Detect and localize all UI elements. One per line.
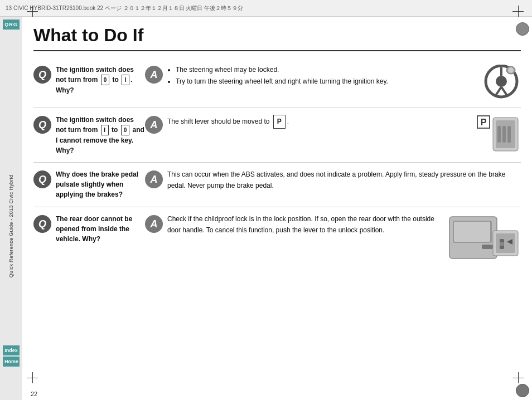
sidebar: QRG Quick Reference Guide - 2013 Civic H… [0,17,22,400]
q-icon-4: Q [33,215,51,233]
q-icon-3: Q [33,170,51,188]
page-number: 22 [22,391,37,397]
q-icon-1: Q [33,66,51,84]
qa-section-3: Q Why does the brake pedal pulsate sligh… [33,163,521,207]
a-icon-1: A [145,66,163,84]
q-text-3: Why does the brake pedal pulsate slightl… [56,169,145,199]
q-text-4: The rear door cannot be opened from insi… [56,214,145,244]
svg-rect-16 [454,222,490,242]
svg-line-4 [501,87,507,95]
sidebar-rotated-text: Quick Reference Guide - 2013 Civic Hybri… [8,174,14,277]
crosshair-top-right [512,6,524,17]
a-side-2: A The shift lever should be moved to P. … [145,115,521,154]
a-icon-3: A [145,170,163,188]
page-title: What to Do If [33,25,521,51]
a-side-4: A Check if the childproof lock is in the… [145,214,521,261]
top-bar: 13 CIVIC HYBRID-31TR26100.book 22 ページ ２０… [0,0,532,17]
crosshair-top-left [27,6,38,17]
q-side-3: Q Why does the brake pedal pulsate sligh… [33,169,145,199]
q-text-2: The ignition switch does not turn from I… [56,115,145,155]
svg-rect-11 [497,126,501,143]
qa-section-2: Q The ignition switch does not turn from… [33,108,521,163]
svg-rect-12 [502,126,506,143]
svg-rect-13 [507,126,511,143]
door-image [448,214,521,261]
sidebar-home-button[interactable]: Home [3,357,20,367]
svg-point-1 [496,76,507,87]
a-side-1: A The steering wheel may be locked. Try … [145,65,521,101]
a-side-3: A This can occur when the ABS activates,… [145,169,521,191]
a-icon-4: A [145,215,163,233]
svg-text:P: P [481,118,487,127]
shift-lever-image: P [476,115,521,154]
a-text-3: This can occur when the ABS activates, a… [167,169,516,191]
top-bar-text: 13 CIVIC HYBRID-31TR26100.book 22 ページ ２０… [6,4,243,12]
a-text-4: Check if the childproof lock is in the l… [167,214,444,235]
sidebar-qrg-label[interactable]: QRG [3,19,20,30]
main-content: What to Do If Q The ignition switch does… [22,17,532,400]
svg-point-6 [508,67,514,73]
svg-rect-17 [482,245,493,249]
svg-line-3 [496,87,501,95]
q-side-4: Q The rear door cannot be opened from in… [33,214,145,244]
q-text-1: The ignition switch does not turn from 0… [56,65,145,95]
steering-wheel-image [482,65,521,101]
q-side-1: Q The ignition switch does not turn from… [33,65,145,95]
q-icon-2: Q [33,116,51,134]
qa-section-1: Q The ignition switch does not turn from… [33,58,521,108]
sidebar-bottom: Index Home [3,345,20,367]
a-text-1: The steering wheel may be locked. Try to… [167,65,477,88]
q-side-2: Q The ignition switch does not turn from… [33,115,145,155]
a-icon-2: A [145,116,163,134]
a-text-2: The shift lever should be moved to P. [167,115,472,129]
svg-point-21 [500,242,504,246]
sidebar-index-button[interactable]: Index [3,345,20,355]
qa-section-4: Q The rear door cannot be opened from in… [33,207,521,268]
